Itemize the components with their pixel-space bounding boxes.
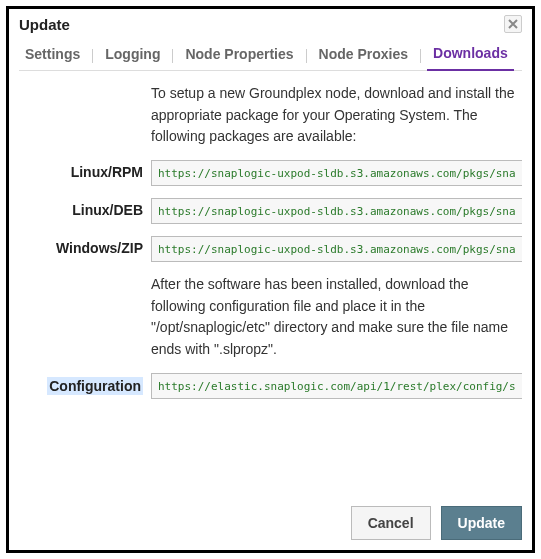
tab-separator bbox=[92, 49, 93, 63]
url-linux-rpm[interactable]: https://snaplogic-uxpod-sldb.s3.amazonaw… bbox=[151, 160, 522, 186]
url-windows-zip[interactable]: https://snaplogic-uxpod-sldb.s3.amazonaw… bbox=[151, 236, 522, 262]
tab-downloads[interactable]: Downloads bbox=[427, 41, 514, 71]
dialog-title: Update bbox=[19, 16, 70, 33]
tab-separator bbox=[172, 49, 173, 63]
url-configuration[interactable]: https://elastic.snaplogic.com/api/1/rest… bbox=[151, 373, 522, 399]
tab-node-properties[interactable]: Node Properties bbox=[179, 42, 299, 70]
url-linux-deb[interactable]: https://snaplogic-uxpod-sldb.s3.amazonaw… bbox=[151, 198, 522, 224]
intro-text: To setup a new Groundplex node, download… bbox=[151, 83, 520, 148]
tab-node-proxies[interactable]: Node Proxies bbox=[313, 42, 414, 70]
label-windows-zip: Windows/ZIP bbox=[21, 236, 151, 256]
tab-bar: Settings Logging Node Properties Node Pr… bbox=[19, 37, 522, 71]
tab-logging[interactable]: Logging bbox=[99, 42, 166, 70]
close-button[interactable] bbox=[504, 15, 522, 33]
label-configuration: Configuration bbox=[47, 377, 143, 395]
close-icon bbox=[508, 19, 518, 29]
config-text-row: After the software has been installed, d… bbox=[21, 274, 520, 361]
tab-separator bbox=[420, 49, 421, 63]
cancel-button[interactable]: Cancel bbox=[351, 506, 431, 540]
intro-row: To setup a new Groundplex node, download… bbox=[21, 83, 520, 148]
config-text: After the software has been installed, d… bbox=[151, 274, 520, 361]
dialog-content: To setup a new Groundplex node, download… bbox=[19, 71, 522, 496]
row-linux-deb: Linux/DEB https://snaplogic-uxpod-sldb.s… bbox=[21, 198, 520, 224]
update-button[interactable]: Update bbox=[441, 506, 522, 540]
dialog-header: Update bbox=[19, 15, 522, 37]
row-windows-zip: Windows/ZIP https://snaplogic-uxpod-sldb… bbox=[21, 236, 520, 262]
row-linux-rpm: Linux/RPM https://snaplogic-uxpod-sldb.s… bbox=[21, 160, 520, 186]
tab-separator bbox=[306, 49, 307, 63]
label-linux-deb: Linux/DEB bbox=[21, 198, 151, 218]
dialog-footer: Cancel Update bbox=[19, 496, 522, 540]
empty-label bbox=[21, 83, 151, 87]
tab-settings[interactable]: Settings bbox=[19, 42, 86, 70]
row-configuration: Configuration https://elastic.snaplogic.… bbox=[21, 373, 520, 399]
empty-label bbox=[21, 274, 151, 278]
update-dialog: Update Settings Logging Node Properties … bbox=[6, 6, 535, 553]
label-linux-rpm: Linux/RPM bbox=[21, 160, 151, 180]
